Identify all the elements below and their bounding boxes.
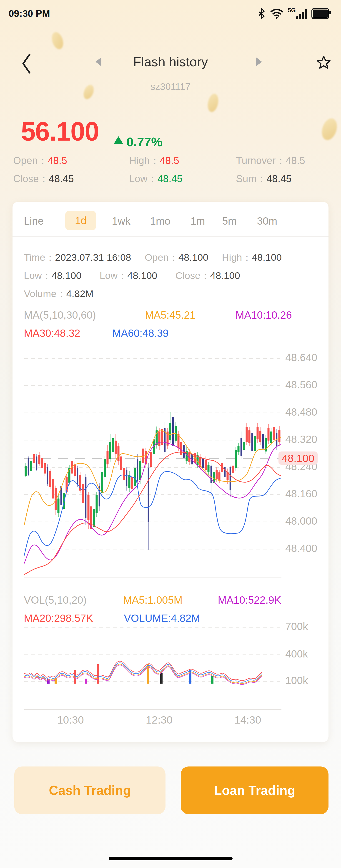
stat-high: High：48.5 bbox=[129, 154, 179, 167]
vol-group-label: VOL(5,10,20) bbox=[24, 594, 87, 606]
chart-card bbox=[12, 202, 329, 742]
info-row-2: Low：48.100 Low：48.100 Close：48.100 bbox=[24, 269, 240, 282]
ma30-label: MA30:48.32 bbox=[24, 327, 80, 339]
cash-trading-button[interactable]: Cash Trading bbox=[14, 767, 166, 814]
tab-line[interactable]: Line bbox=[24, 215, 44, 227]
tab-30m[interactable]: 30m bbox=[257, 215, 277, 227]
wifi-icon bbox=[270, 8, 283, 19]
stat-sum: Sum：48.45 bbox=[236, 172, 292, 186]
tab-1wk[interactable]: 1wk bbox=[112, 215, 131, 227]
network-type-label: 5G bbox=[288, 7, 296, 14]
tab-1mo[interactable]: 1mo bbox=[150, 215, 170, 227]
ma-group-label: MA(5,10,30,60) bbox=[24, 309, 96, 321]
current-price: 56.100 bbox=[21, 116, 99, 147]
vol-ma20-label: MA20:298.57K bbox=[24, 612, 93, 624]
vol-labels-row-1: VOL(5,10,20) MA5:1.005M MA10:522.9K bbox=[24, 594, 281, 606]
tab-1d-active[interactable]: 1d bbox=[65, 211, 96, 230]
stat-low: Low：48.45 bbox=[129, 172, 182, 186]
status-time: 09:30 PM bbox=[9, 8, 50, 19]
stock-code: sz301117 bbox=[0, 81, 341, 92]
price-change-percent: 0.77% bbox=[126, 134, 163, 149]
ma-labels-row-2: MA30:48.32 MA60:48.39 bbox=[24, 327, 169, 339]
ma-labels-row-1: MA(5,10,30,60) MA5:45.21 MA10:10.26 bbox=[24, 309, 292, 321]
info-row-1: Time：2023.07.31 16:08 Open：48.100 High：4… bbox=[24, 251, 282, 264]
stat-open: Open：48.5 bbox=[13, 154, 67, 167]
tab-5m[interactable]: 5m bbox=[222, 215, 237, 227]
info-row-3: Volume：4.82M bbox=[24, 287, 93, 301]
battery-icon bbox=[311, 8, 329, 19]
ma10-label: MA10:10.26 bbox=[235, 309, 292, 321]
coin-decoration bbox=[206, 93, 220, 113]
loan-trading-button[interactable]: Loan Trading bbox=[181, 767, 329, 814]
page-title: Flash history bbox=[0, 54, 341, 69]
price-up-icon bbox=[114, 136, 123, 144]
tab-1m[interactable]: 1m bbox=[191, 215, 205, 227]
status-icons: 5G bbox=[258, 7, 329, 21]
current-price-tag: 48.100 bbox=[279, 452, 318, 465]
app-screen: 09:30 PM 5G Flash history sz301117 56.10… bbox=[0, 0, 341, 868]
home-indicator[interactable] bbox=[109, 857, 233, 860]
stat-close: Close：48.45 bbox=[13, 172, 74, 186]
ma5-label: MA5:45.21 bbox=[145, 309, 196, 321]
vol-ma5-label: MA5:1.005M bbox=[123, 594, 182, 606]
favorite-star-button[interactable] bbox=[316, 55, 332, 71]
next-stock-arrow[interactable] bbox=[256, 57, 262, 66]
coin-decoration bbox=[50, 31, 65, 51]
vol-volume-label: VOLUME:4.82M bbox=[124, 612, 200, 624]
ma60-label: MA60:48.39 bbox=[112, 327, 169, 339]
stat-turnover: Turnover：48.5 bbox=[236, 154, 305, 167]
bluetooth-icon bbox=[258, 8, 265, 20]
vol-ma10-label: MA10:522.9K bbox=[218, 594, 281, 606]
signal-icon: 5G bbox=[288, 7, 307, 20]
vol-labels-row-2: MA20:298.57K VOLUME:4.82M bbox=[24, 612, 200, 624]
coin-decoration bbox=[319, 117, 339, 142]
tabs-divider bbox=[12, 236, 329, 237]
